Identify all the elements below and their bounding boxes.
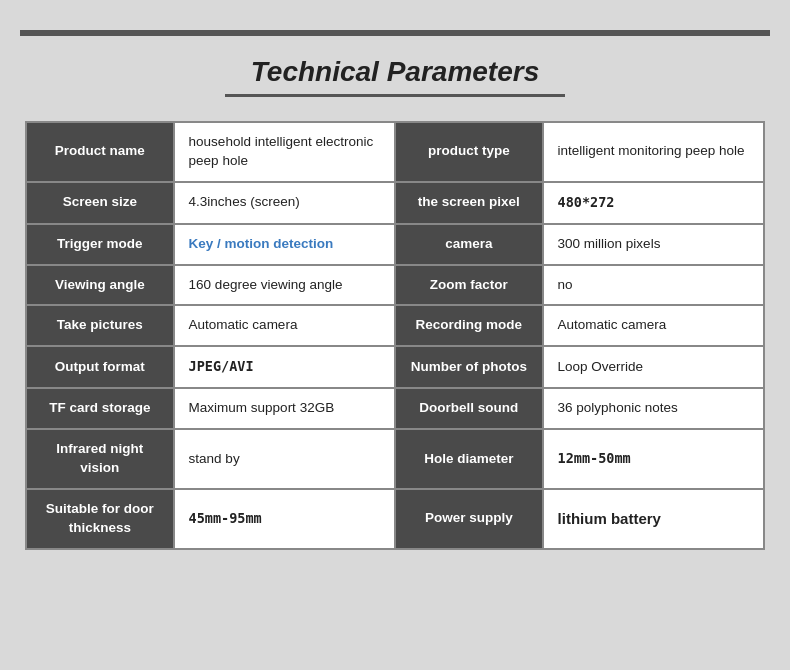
left-value-4: Automatic camera bbox=[174, 305, 395, 346]
left-label-0: Product name bbox=[26, 122, 174, 182]
left-label-3: Viewing angle bbox=[26, 265, 174, 306]
right-label-6: Doorbell sound bbox=[395, 388, 543, 429]
right-label-8: Power supply bbox=[395, 489, 543, 549]
right-value-8: lithium battery bbox=[543, 489, 764, 549]
left-value-1: 4.3inches (screen) bbox=[174, 182, 395, 224]
left-value-3: 160 degree viewing angle bbox=[174, 265, 395, 306]
left-label-4: Take pictures bbox=[26, 305, 174, 346]
left-value-8: 45mm-95mm bbox=[174, 489, 395, 549]
right-label-1: the screen pixel bbox=[395, 182, 543, 224]
left-label-7: Infrared night vision bbox=[26, 429, 174, 489]
left-label-1: Screen size bbox=[26, 182, 174, 224]
right-value-7: 12mm-50mm bbox=[543, 429, 764, 489]
left-label-8: Suitable for door thickness bbox=[26, 489, 174, 549]
right-value-4: Automatic camera bbox=[543, 305, 764, 346]
page-title: Technical Parameters bbox=[251, 56, 539, 88]
right-label-2: camera bbox=[395, 224, 543, 265]
right-value-1: 480*272 bbox=[543, 182, 764, 224]
left-value-0: household intelligent electronic peep ho… bbox=[174, 122, 395, 182]
right-value-6: 36 polyphonic notes bbox=[543, 388, 764, 429]
parameters-table: Product namehousehold intelligent electr… bbox=[25, 121, 765, 550]
right-value-3: no bbox=[543, 265, 764, 306]
right-value-5: Loop Override bbox=[543, 346, 764, 388]
right-label-5: Number of photos bbox=[395, 346, 543, 388]
left-value-2: Key / motion detection bbox=[174, 224, 395, 265]
left-value-7: stand by bbox=[174, 429, 395, 489]
top-bar bbox=[20, 30, 770, 36]
right-value-0: intelligent monitoring peep hole bbox=[543, 122, 764, 182]
right-label-0: product type bbox=[395, 122, 543, 182]
title-underline bbox=[225, 94, 565, 97]
right-label-7: Hole diameter bbox=[395, 429, 543, 489]
left-value-6: Maximum support 32GB bbox=[174, 388, 395, 429]
left-label-2: Trigger mode bbox=[26, 224, 174, 265]
right-label-3: Zoom factor bbox=[395, 265, 543, 306]
right-label-4: Recording mode bbox=[395, 305, 543, 346]
left-label-5: Output format bbox=[26, 346, 174, 388]
left-value-5: JPEG/AVI bbox=[174, 346, 395, 388]
right-value-2: 300 million pixels bbox=[543, 224, 764, 265]
left-label-6: TF card storage bbox=[26, 388, 174, 429]
